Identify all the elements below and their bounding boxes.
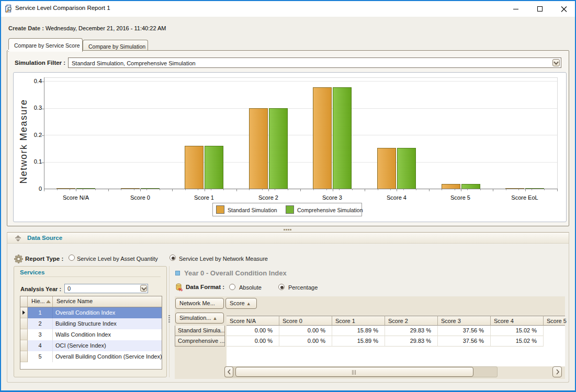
svg-text:%: % [178,287,183,292]
